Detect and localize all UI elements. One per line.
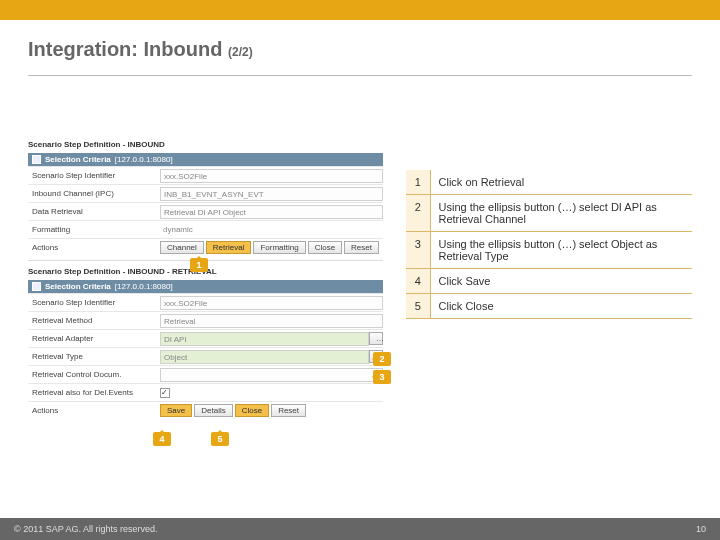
adapter-field[interactable]: DI API (160, 332, 369, 346)
step-row: 1Click on Retrieval (406, 170, 692, 195)
reset2-button[interactable]: Reset (271, 404, 306, 417)
checkbox-icon (32, 155, 41, 164)
method-label: Retrieval Method (28, 316, 160, 325)
close-button[interactable]: Close (308, 241, 342, 254)
step-text: Click Close (430, 294, 692, 319)
step-text: Using the ellipsis button (…) select Obj… (430, 232, 692, 269)
step-num: 2 (406, 195, 430, 232)
step-num: 1 (406, 170, 430, 195)
conf-field[interactable] (160, 368, 383, 382)
actions-label: Actions (28, 243, 160, 252)
brand-bar (0, 0, 720, 20)
inbound-channel-label: Inbound Channel (IPC) (28, 189, 160, 198)
data-retrieval-label: Data Retrieval (28, 207, 160, 216)
title-main: Integration: Inbound (28, 38, 222, 60)
checkbox-icon (32, 282, 41, 291)
step-text: Using the ellipsis button (…) select DI … (430, 195, 692, 232)
callout-3: 3 (373, 370, 391, 384)
type-label: Retrieval Type (28, 352, 160, 361)
formatting-value: dynamic (160, 223, 383, 237)
del-label: Retrieval also for Del.Events (28, 388, 160, 397)
save-button[interactable]: Save (160, 404, 192, 417)
step-row: 4Click Save (406, 269, 692, 294)
step-num: 5 (406, 294, 430, 319)
identifier-label: Scenario Step Identifier (28, 171, 160, 180)
formatting-label: Formatting (28, 225, 160, 234)
retrieval-button[interactable]: Retrieval (206, 241, 252, 254)
step-num: 3 (406, 232, 430, 269)
title-sub: (2/2) (228, 45, 253, 59)
callout-5: 5 (211, 432, 229, 446)
identifier2-label: Scenario Step Identifier (28, 298, 160, 307)
step-row: 2Using the ellipsis button (…) select DI… (406, 195, 692, 232)
sap-mock-area: Scenario Step Definition - INBOUND Selec… (28, 138, 383, 419)
copyright: © 2011 SAP AG. All rights reserved. (14, 524, 158, 534)
type-field[interactable]: Object (160, 350, 369, 364)
step-num: 4 (406, 269, 430, 294)
step-text: Click on Retrieval (430, 170, 692, 195)
adapter-ellipsis-button[interactable]: … (369, 332, 383, 345)
slide-title: Integration: Inbound (2/2) (0, 20, 720, 67)
step-row: 3Using the ellipsis button (…) select Ob… (406, 232, 692, 269)
step-row: 5Click Close (406, 294, 692, 319)
panel1-selection-bar: Selection Criteria [127.0.0.1:8080] (28, 153, 383, 166)
close2-button[interactable]: Close (235, 404, 269, 417)
callout-2: 2 (373, 352, 391, 366)
footer: © 2011 SAP AG. All rights reserved. 10 (0, 518, 720, 540)
panel1-head: Scenario Step Definition - INBOUND (28, 138, 383, 151)
title-rule (28, 75, 692, 76)
callout-1: 1 (190, 258, 208, 272)
page-number: 10 (696, 524, 706, 534)
identifier-field[interactable]: xxx.SO2File (160, 169, 383, 183)
data-retrieval-field[interactable]: Retrieval DI API Object (160, 205, 383, 219)
instruction-table: 1Click on Retrieval 2Using the ellipsis … (406, 170, 692, 319)
adapter-label: Retrieval Adapter (28, 334, 160, 343)
method-field[interactable]: Retrieval (160, 314, 383, 328)
callout-4: 4 (153, 432, 171, 446)
reset-button[interactable]: Reset (344, 241, 379, 254)
inbound-channel-field[interactable]: INB_B1_EVNT_ASYN_EVT (160, 187, 383, 201)
identifier2-field[interactable]: xxx.SO2File (160, 296, 383, 310)
actions2-label: Actions (28, 406, 160, 415)
panel2-selection-bar: Selection Criteria [127.0.0.1:8080] (28, 280, 383, 293)
details-button[interactable]: Details (194, 404, 232, 417)
conf-label: Retrieval Control Docum. (28, 370, 160, 379)
formatting-button[interactable]: Formatting (253, 241, 305, 254)
del-checkbox[interactable] (160, 388, 170, 398)
step-text: Click Save (430, 269, 692, 294)
